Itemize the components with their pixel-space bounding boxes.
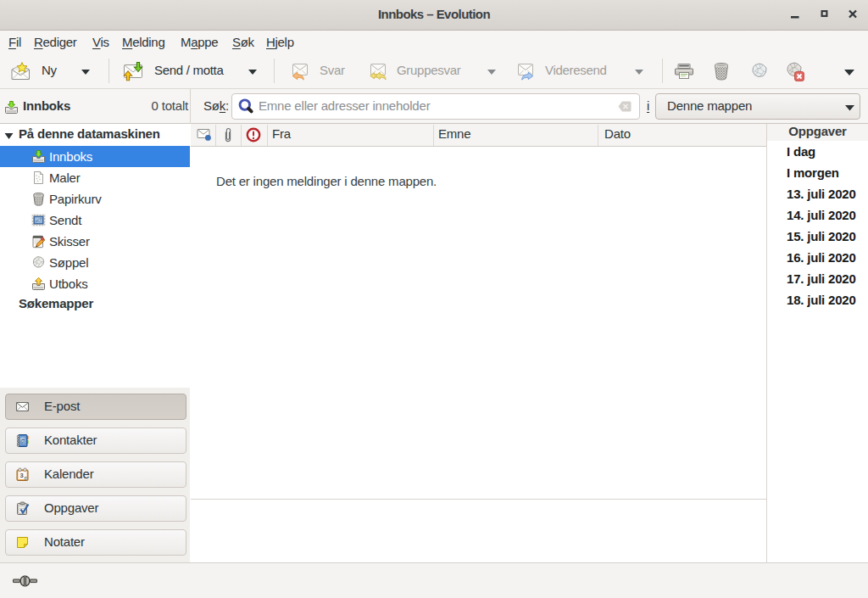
svg-text:@: @	[20, 438, 26, 444]
svg-text:3: 3	[19, 472, 23, 479]
